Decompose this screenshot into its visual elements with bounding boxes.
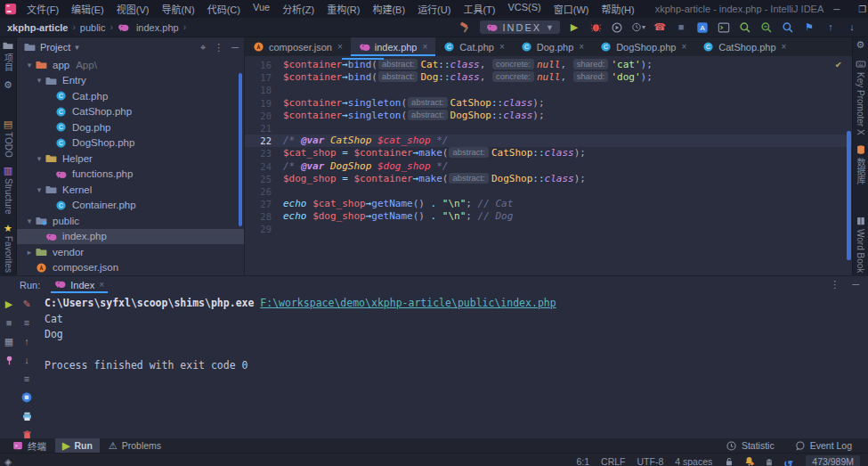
tree-item-container-php[interactable]: CContainer.php bbox=[17, 198, 244, 214]
wrap-icon[interactable]: ≡ bbox=[20, 316, 33, 329]
menu-item[interactable]: 编辑(E) bbox=[65, 0, 110, 18]
bug-icon[interactable] bbox=[588, 20, 603, 35]
breadcrumb-item[interactable]: public bbox=[80, 22, 106, 33]
tree-item-dog-php[interactable]: CDog.php bbox=[17, 119, 244, 135]
menu-item[interactable]: 帮助(H) bbox=[595, 0, 640, 18]
menu-item[interactable]: 运行(U) bbox=[411, 0, 457, 18]
chevron-down-icon[interactable]: ▾ bbox=[24, 61, 35, 69]
code-line-19[interactable]: 19$container→singleton(abstract:CatShop:… bbox=[245, 97, 852, 110]
project-scrollbar[interactable] bbox=[239, 73, 242, 226]
rerun-icon[interactable]: ▶ bbox=[3, 298, 15, 310]
TODO-tool-button[interactable]: ▤TODO bbox=[4, 119, 13, 158]
Key Promoter X-tool-button[interactable]: Key Promoter X bbox=[856, 59, 866, 135]
chevron-right-icon[interactable]: ▸ bbox=[24, 248, 35, 257]
inspections-check-icon[interactable]: ✔ bbox=[835, 59, 841, 70]
arrow-up-icon[interactable]: ↑ bbox=[20, 335, 33, 347]
google-icon[interactable] bbox=[783, 456, 794, 466]
translate-icon[interactable]: A bbox=[695, 20, 710, 35]
close-tab-icon[interactable]: × bbox=[337, 42, 343, 52]
editor-tab-index-php[interactable]: index.php× bbox=[351, 37, 436, 56]
print-icon[interactable] bbox=[20, 410, 33, 422]
hammer-icon[interactable] bbox=[458, 20, 473, 35]
code-line-26[interactable]: 26 bbox=[245, 185, 852, 198]
code-line-23[interactable]: 23$cat_shop = $container→make(abstract:C… bbox=[245, 147, 852, 159]
eraser-icon[interactable]: ✎ bbox=[20, 298, 33, 310]
tree-item-vendor[interactable]: ▸vendor bbox=[17, 244, 244, 260]
editor-tab-dogshop-php[interactable]: CDogShop.php× bbox=[592, 37, 694, 56]
editor-tab-dog-php[interactable]: CDog.php× bbox=[513, 37, 592, 56]
toolwindow-problems[interactable]: ⚠Problems bbox=[101, 438, 168, 453]
tree-item-composer-json[interactable]: composer.json bbox=[17, 260, 244, 276]
search-replace-icon[interactable] bbox=[759, 20, 774, 35]
more-options-icon[interactable]: ⋮ bbox=[830, 279, 840, 290]
tree-item-public[interactable]: ▾public bbox=[17, 213, 244, 229]
menu-item[interactable]: 构建(B) bbox=[366, 0, 411, 18]
tree-item-kernel[interactable]: ▾Kernel bbox=[17, 182, 244, 198]
tree-item-index-php[interactable]: index.php bbox=[17, 229, 244, 245]
close-tab-icon[interactable]: × bbox=[499, 42, 505, 52]
Favorites-tool-button[interactable]: ★Favorites bbox=[4, 224, 13, 273]
menu-item[interactable]: 导航(N) bbox=[155, 0, 200, 18]
hide-panel-icon[interactable]: ─ bbox=[852, 279, 859, 290]
profiler-icon[interactable]: ▾ bbox=[631, 20, 645, 35]
file-encoding[interactable]: UTF-8 bbox=[637, 456, 664, 466]
项目-tool-button[interactable]: 项目 bbox=[2, 40, 15, 71]
wrap-icon[interactable]: ≡ bbox=[20, 372, 33, 385]
maximize-button[interactable]: ❐ bbox=[849, 0, 868, 18]
code-editor[interactable]: 16$container→bind(abstract:Cat::class, c… bbox=[245, 56, 852, 275]
code-line-20[interactable]: 20$container→singleton(abstract:DogShop:… bbox=[245, 110, 852, 122]
code-line-24[interactable]: 24/* @var DogShop $dog_shop */ bbox=[245, 160, 852, 173]
tool-tool-button[interactable]: ⚙ bbox=[856, 40, 865, 50]
code-line-29[interactable]: 29 bbox=[245, 223, 852, 235]
menu-item[interactable]: 分析(Z) bbox=[276, 0, 320, 18]
chevron-down-icon[interactable]: ▾ bbox=[34, 154, 45, 163]
breadcrumb-item[interactable]: index.php bbox=[118, 21, 179, 33]
tree-item-entry[interactable]: ▾Entry bbox=[17, 73, 244, 89]
menu-item[interactable]: 视图(V) bbox=[110, 0, 156, 18]
toolwindow-run[interactable]: ▶Run bbox=[55, 438, 100, 453]
lock-icon[interactable] bbox=[724, 456, 734, 466]
down-icon[interactable]: ↓ bbox=[845, 20, 859, 35]
menu-item[interactable]: VCS(S) bbox=[501, 0, 547, 18]
toolwindow-event-log[interactable]: Event Log bbox=[787, 440, 859, 452]
run-configuration-select[interactable]: INDEX▼ bbox=[480, 20, 560, 34]
close-icon[interactable]: × bbox=[99, 280, 104, 290]
Structure-tool-button[interactable]: ▥Structure bbox=[4, 166, 13, 215]
code-line-22[interactable]: 22/* @var CatShop $cat_shop */ bbox=[245, 135, 852, 147]
phone-icon[interactable]: ☎ bbox=[653, 20, 667, 35]
memory-indicator[interactable]: 473/989M bbox=[806, 455, 860, 466]
project-panel-title[interactable]: Project bbox=[40, 42, 70, 53]
editor-tab-cat-php[interactable]: CCat.php× bbox=[435, 37, 512, 56]
stop-icon[interactable]: ■ bbox=[3, 316, 15, 329]
caret-position[interactable]: 6:1 bbox=[576, 456, 589, 466]
tool-tool-button[interactable]: ⚙ bbox=[4, 80, 12, 90]
toolwindow-statistic[interactable]: Statistic bbox=[718, 440, 782, 452]
tree-item-catshop-php[interactable]: CCatShop.php bbox=[17, 104, 244, 120]
chevron-down-icon[interactable]: ▾ bbox=[34, 76, 45, 85]
menu-item[interactable]: 代码(C) bbox=[201, 0, 247, 18]
code-line-18[interactable]: 18 bbox=[245, 84, 852, 96]
search-green-icon[interactable] bbox=[738, 20, 752, 35]
robot-icon[interactable] bbox=[764, 456, 775, 466]
menu-item[interactable]: 窗口(W) bbox=[548, 0, 596, 18]
more-options-icon[interactable]: ⋮ bbox=[214, 42, 223, 53]
chevron-down-icon[interactable]: ▾ bbox=[24, 217, 35, 225]
tree-item-functions-php[interactable]: functions.php bbox=[17, 167, 244, 183]
tree-item-app[interactable]: ▾appApp\ bbox=[17, 57, 244, 73]
editor-tab-catshop-php[interactable]: CCatShop.php× bbox=[694, 37, 794, 56]
hide-panel-icon[interactable]: ─ bbox=[231, 42, 239, 53]
code-line-25[interactable]: 25$dog_shop = $container→make(abstract:D… bbox=[245, 173, 852, 185]
menu-item[interactable]: 工具(T) bbox=[457, 0, 501, 18]
run-console-output[interactable]: C:\Users\syfxl\scoop\shims\php.exe F:\wo… bbox=[36, 293, 868, 441]
code-line-21[interactable]: 21 bbox=[245, 122, 852, 135]
Word Book-tool-button[interactable]: Word Book bbox=[856, 216, 866, 273]
indent-setting[interactable]: 4 spaces bbox=[675, 456, 712, 466]
termbox-icon[interactable] bbox=[717, 20, 731, 35]
code-line-17[interactable]: 17$container→bind(abstract:Dog::class, c… bbox=[245, 71, 852, 84]
layers-icon[interactable]: ◈ bbox=[4, 456, 12, 466]
数据库-tool-button[interactable]: 数据库 bbox=[854, 144, 867, 184]
coverage-icon[interactable] bbox=[610, 20, 624, 35]
code-line-28[interactable]: 28echo $dog_shop→getName() . "\n"; // Do… bbox=[245, 210, 852, 223]
console-file-link[interactable]: F:\workspace\demo\xkphp-article\public\i… bbox=[260, 297, 556, 309]
close-tab-icon[interactable]: × bbox=[681, 42, 686, 52]
